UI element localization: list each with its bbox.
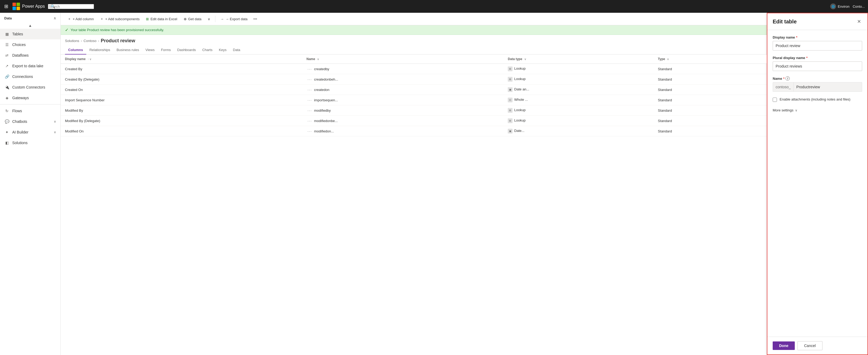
sidebar-item-chatbots[interactable]: 💬 Chatbots ∨ bbox=[0, 116, 60, 127]
tab-business-rules[interactable]: Business rules bbox=[114, 46, 143, 55]
sidebar-item-ai-builder[interactable]: ✦ AI Builder ∨ bbox=[0, 127, 60, 138]
cancel-button[interactable]: Cancel bbox=[798, 341, 823, 350]
table-row: Created By ··· createdby ⊞Lookup Standar… bbox=[61, 64, 767, 74]
sidebar-item-solutions[interactable]: ◧ Solutions bbox=[0, 138, 60, 148]
breadcrumb: Solutions › Contoso › Product review bbox=[61, 35, 767, 44]
row-dots[interactable]: ··· bbox=[307, 119, 313, 123]
toolbar: ＋ + Add column ＋ + Add subcomponents ⊞ E… bbox=[61, 13, 767, 25]
row-dots[interactable]: ··· bbox=[307, 108, 313, 112]
add-column-label: + Add column bbox=[73, 17, 94, 21]
sidebar-item-gateways[interactable]: ◈ Gateways bbox=[0, 93, 60, 103]
tab-columns[interactable]: Columns bbox=[65, 46, 86, 55]
row-dots[interactable]: ··· bbox=[307, 77, 313, 81]
tab-keys[interactable]: Keys bbox=[216, 46, 230, 55]
col-header-data-type[interactable]: Data type ∨ bbox=[503, 55, 654, 64]
row-dots[interactable]: ··· bbox=[307, 98, 313, 102]
data-type-icon: ⊞ bbox=[508, 108, 513, 113]
sidebar-item-label-export: Export to data lake bbox=[12, 64, 43, 68]
get-data-chevron-icon: ∨ bbox=[208, 17, 210, 21]
table-row: Modified By (Delegate) ··· modifiedonbe.… bbox=[61, 116, 767, 126]
sidebar: Data ∧ ▲ ▦ Tables ☰ Choices ⇄ Dataflows … bbox=[0, 13, 61, 355]
cell-data-type: ⊞Lookup bbox=[503, 116, 654, 126]
cell-name: ··· modifiedonbe... bbox=[302, 116, 503, 126]
data-type-icon: ▣ bbox=[508, 87, 513, 92]
environment-info: 🌐 Environ Conto... bbox=[830, 3, 865, 9]
sidebar-item-connections[interactable]: 🔗 Connections bbox=[0, 71, 60, 82]
env-sub: Conto... bbox=[852, 4, 865, 8]
plural-display-name-input[interactable] bbox=[773, 62, 862, 71]
sidebar-item-connectors[interactable]: 🔌 Custom Connectors bbox=[0, 82, 60, 93]
tab-data[interactable]: Data bbox=[230, 46, 243, 55]
cell-name: ··· createdon bbox=[302, 84, 503, 95]
sidebar-item-tables[interactable]: ▦ Tables bbox=[0, 29, 60, 39]
sort-icon-data-type: ∨ bbox=[524, 58, 526, 61]
edit-excel-button[interactable]: ⊞ Edit data in Excel bbox=[143, 15, 180, 23]
cell-data-type: ⊞Lookup bbox=[503, 74, 654, 84]
data-type-icon: ⊡ bbox=[508, 98, 513, 102]
display-name-input[interactable] bbox=[773, 41, 862, 50]
dataflows-icon: ⇄ bbox=[4, 52, 9, 58]
sidebar-collapse-button[interactable]: ∧ bbox=[54, 16, 56, 20]
cell-display-name: Created By bbox=[61, 64, 302, 74]
tab-dashboards[interactable]: Dashboards bbox=[174, 46, 199, 55]
tab-views[interactable]: Views bbox=[142, 46, 158, 55]
col-header-name[interactable]: Name ∨ bbox=[302, 55, 503, 64]
breadcrumb-current: Product review bbox=[101, 38, 135, 44]
edit-panel-footer: Done Cancel bbox=[767, 336, 867, 354]
row-dots[interactable]: ··· bbox=[307, 129, 313, 133]
table-area: Display name ↑ ∨ Name ∨ Data type ∨ Type… bbox=[61, 55, 767, 355]
cell-type: Standard bbox=[654, 74, 767, 84]
col-header-display-name[interactable]: Display name ↑ ∨ bbox=[61, 55, 302, 64]
toolbar-separator bbox=[215, 16, 215, 22]
add-subcomponents-label: + Add subcomponents bbox=[105, 17, 140, 21]
row-dots[interactable]: ··· bbox=[307, 88, 313, 92]
sidebar-scroll-up[interactable]: ▲ bbox=[0, 22, 60, 29]
enable-attachments-group: Enable attachments (including notes and … bbox=[773, 97, 862, 102]
add-column-button[interactable]: ＋ + Add column bbox=[65, 15, 96, 23]
cell-data-type: ▣Date an... bbox=[503, 84, 654, 95]
data-type-icon: ⊞ bbox=[508, 67, 513, 71]
name-info-icon[interactable]: i bbox=[785, 76, 790, 80]
edit-excel-label: Edit data in Excel bbox=[150, 17, 177, 21]
table-row: Modified On ··· modifiedon... ▣Date... S… bbox=[61, 126, 767, 136]
sort-icon-display-name: ↑ ∨ bbox=[88, 58, 92, 61]
get-data-chevron-button[interactable]: ∨ bbox=[205, 15, 213, 23]
data-type-icon: ⊞ bbox=[508, 118, 513, 123]
enable-attachments-checkbox[interactable] bbox=[773, 98, 777, 102]
tab-forms[interactable]: Forms bbox=[158, 46, 174, 55]
cell-data-type: ▣Date... bbox=[503, 126, 654, 136]
sidebar-item-label-choices: Choices bbox=[12, 42, 26, 47]
sidebar-item-export[interactable]: ↗ Export to data lake bbox=[0, 61, 60, 71]
sidebar-section-label: Data bbox=[4, 16, 12, 20]
export-data-button[interactable]: → → Export data bbox=[218, 15, 250, 23]
done-button[interactable]: Done bbox=[773, 342, 795, 350]
topbar-right: 🌐 Environ Conto... bbox=[830, 3, 865, 9]
sidebar-item-label-chatbots: Chatbots bbox=[12, 119, 27, 123]
name-value: Productreview bbox=[794, 82, 823, 92]
tab-charts[interactable]: Charts bbox=[199, 46, 216, 55]
success-icon: ✓ bbox=[65, 27, 68, 32]
sidebar-item-label-ai-builder: AI Builder bbox=[12, 130, 29, 134]
sidebar-item-choices[interactable]: ☰ Choices bbox=[0, 39, 60, 50]
get-data-button[interactable]: ⊕ Get data bbox=[181, 15, 204, 23]
edit-panel-close-button[interactable]: ✕ bbox=[856, 17, 862, 26]
row-dots[interactable]: ··· bbox=[307, 67, 313, 71]
cell-name: ··· createdby bbox=[302, 64, 503, 74]
columns-table: Display name ↑ ∨ Name ∨ Data type ∨ Type… bbox=[61, 55, 767, 136]
solutions-icon: ◧ bbox=[4, 140, 9, 145]
cell-type: Standard bbox=[654, 84, 767, 95]
col-header-type[interactable]: Type ∨ bbox=[654, 55, 767, 64]
breadcrumb-contoso[interactable]: Contoso bbox=[84, 39, 96, 43]
sidebar-item-flows[interactable]: ↻ Flows bbox=[0, 106, 60, 116]
toolbar-more-button[interactable]: ••• bbox=[251, 16, 259, 22]
breadcrumb-solutions[interactable]: Solutions bbox=[65, 39, 79, 43]
tab-relationships[interactable]: Relationships bbox=[86, 46, 114, 55]
add-subcomponents-icon: ＋ bbox=[100, 16, 103, 21]
excel-icon: ⊞ bbox=[146, 17, 149, 21]
cell-display-name: Modified On bbox=[61, 126, 302, 136]
add-subcomponents-button[interactable]: ＋ + Add subcomponents bbox=[97, 15, 142, 23]
cell-type: Standard bbox=[654, 126, 767, 136]
sidebar-item-dataflows[interactable]: ⇄ Dataflows bbox=[0, 50, 60, 61]
more-settings-toggle[interactable]: More settings ∨ bbox=[773, 107, 862, 113]
waffle-icon[interactable]: ⊞ bbox=[3, 2, 9, 10]
